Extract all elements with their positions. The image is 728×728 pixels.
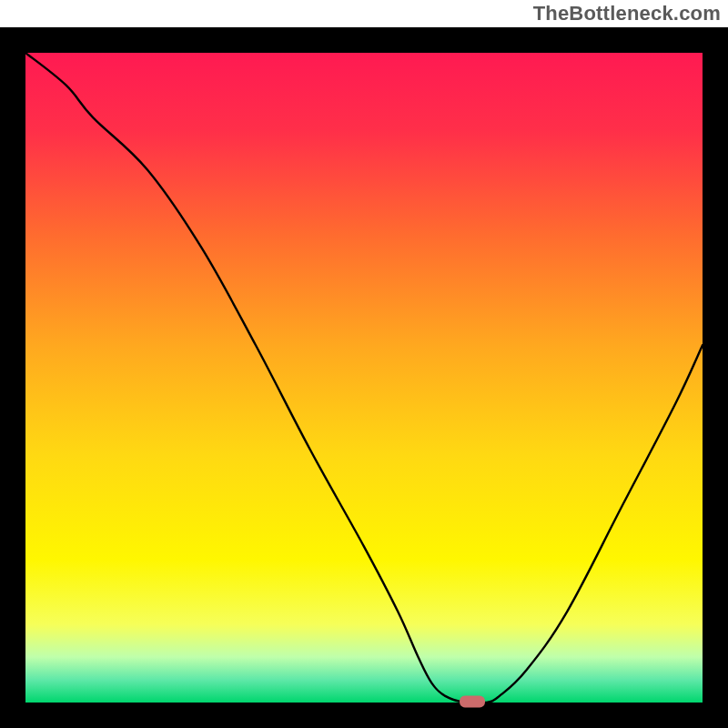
chart-container: TheBottleneck.com — [0, 0, 728, 728]
chart-background-gradient — [25, 53, 703, 703]
bottleneck-chart — [0, 27, 728, 728]
attribution-label: TheBottleneck.com — [533, 2, 721, 25]
optimal-marker — [460, 696, 485, 708]
